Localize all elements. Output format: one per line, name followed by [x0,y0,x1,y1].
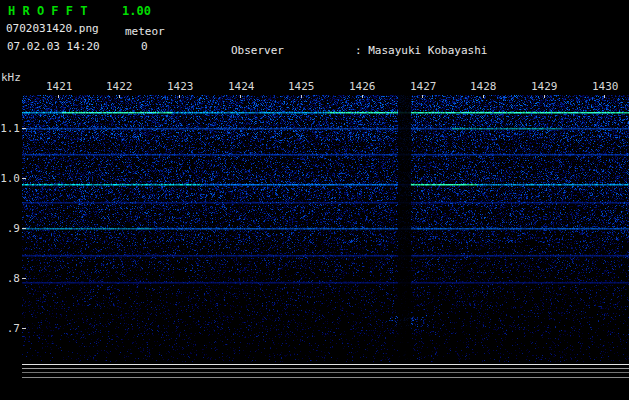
datetime: 07.02.03 14:20 [7,40,100,53]
freq-label: .9 [0,222,20,235]
hrofft-output: H R O F F T 1.00 0702031420.png meteor 0… [0,0,629,400]
freq-label: .8 [0,272,20,285]
khz-unit-label: kHz [1,71,21,84]
time-label: 1421 [46,80,73,93]
app-version: 1.00 [122,4,151,18]
freq-label: 1.0 [0,172,20,185]
time-label: 1427 [410,80,437,93]
freq-label: 1.1 [0,122,20,135]
time-label: 1428 [470,80,497,93]
observer-value: : Masayuki Kobayashi [355,44,487,57]
time-label: 1429 [531,80,558,93]
time-label: 1422 [106,80,133,93]
freq-label: .7 [0,322,20,335]
meteor-count: 0 [141,40,148,53]
time-label: 1423 [167,80,194,93]
observer-label: Observer [231,44,355,58]
spectrogram-canvas [22,95,629,362]
app-title: H R O F F T [8,4,87,18]
time-label: 1426 [349,80,376,93]
output-filename: 0702031420.png [6,22,99,35]
time-label: 1425 [288,80,315,93]
time-label: 1424 [228,80,255,93]
level-canvas [0,362,629,400]
meteor-label: meteor [125,25,165,38]
observer-row: Observer: Masayuki Kobayashi [178,30,629,71]
time-label: 1430 [592,80,619,93]
